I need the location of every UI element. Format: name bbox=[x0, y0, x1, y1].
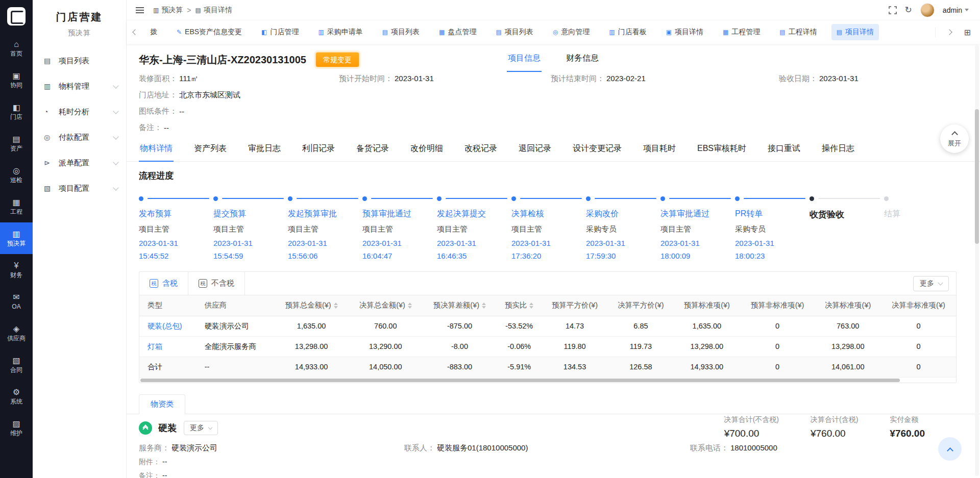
fullscreen-icon[interactable] bbox=[889, 6, 897, 14]
sidebar-collapse-icon[interactable] bbox=[136, 7, 144, 13]
regular-change-button[interactable]: 常规变更 bbox=[315, 52, 359, 67]
tab-material-detail[interactable]: 物料详情 bbox=[139, 139, 174, 162]
rail-item-supplier[interactable]: ◈ 供应商 bbox=[0, 317, 33, 349]
step-dot-pending bbox=[884, 196, 889, 201]
budget-icon: ▥ bbox=[12, 230, 20, 238]
sidebar-item-time-analysis[interactable]: ◔ 耗时分析 bbox=[33, 99, 126, 124]
tab-label: 不含税 bbox=[211, 279, 234, 288]
breadcrumb-project-detail[interactable]: ▤ 项目详情 bbox=[195, 6, 232, 15]
tab-material-category[interactable]: 物资类 bbox=[139, 394, 185, 414]
dispatch-icon: ⊳ bbox=[44, 159, 54, 167]
tab-tax-included[interactable]: 税 含税 bbox=[139, 272, 188, 295]
open-tab-6[interactable]: ▤项目列表 bbox=[491, 24, 538, 40]
open-tab-10[interactable]: ▦工程管理 bbox=[718, 24, 765, 40]
tab-ebs-audit-time[interactable]: EBS审核耗时 bbox=[696, 139, 747, 161]
tab-tax-change[interactable]: 改税记录 bbox=[463, 139, 498, 161]
rail-item-budget[interactable]: ▥ 预决算 bbox=[0, 222, 33, 254]
rail-item-contract[interactable]: ▧ 合同 bbox=[0, 349, 33, 381]
tab-operation-log[interactable]: 操作日志 bbox=[821, 139, 855, 161]
sidebar-item-payment-config[interactable]: ◎ 付款配置 bbox=[33, 124, 126, 150]
tab-asset-list[interactable]: 资产列表 bbox=[193, 139, 228, 161]
total-excl-tax: 决算合计(不含税) ¥700.00 bbox=[724, 415, 779, 439]
sidebar-item-project-config[interactable]: ▧ 项目配置 bbox=[33, 175, 126, 201]
cell: -8.00 bbox=[423, 336, 497, 357]
type-link[interactable]: 灯箱 bbox=[148, 342, 162, 350]
rail-item-store[interactable]: ◧ 门店 bbox=[0, 96, 33, 128]
open-tab-9[interactable]: ▣项目详情 bbox=[661, 24, 708, 40]
open-tab-1[interactable]: ✎EBS资产信息变更 bbox=[172, 24, 247, 40]
vertical-scrollbar-thumb[interactable] bbox=[975, 109, 979, 244]
user-menu[interactable]: admin bbox=[943, 6, 969, 14]
sidebar-item-material-management[interactable]: ▥ 物料管理 bbox=[33, 73, 126, 99]
open-tab-3[interactable]: ▥采购申请单 bbox=[313, 24, 368, 40]
rail-item-oa[interactable]: ✉ OA bbox=[0, 286, 33, 317]
tab-tax-excluded[interactable]: 税 不含税 bbox=[188, 272, 245, 295]
step-dot-done bbox=[213, 196, 218, 201]
column-header-sortable[interactable]: 预实比 bbox=[497, 295, 542, 316]
cell: 13,298.00 bbox=[274, 336, 348, 357]
step-title: PR转单 bbox=[735, 209, 810, 219]
tabs-scroll-right[interactable] bbox=[943, 30, 956, 34]
open-tab-11[interactable]: ▤工程详情 bbox=[774, 24, 822, 40]
chevron-up-icon bbox=[947, 447, 953, 454]
config-icon: ▧ bbox=[44, 184, 54, 192]
rail-item-system[interactable]: ⚙ 系统 bbox=[0, 381, 33, 412]
horizontal-scrollbar-thumb[interactable] bbox=[140, 379, 900, 382]
tab-project-time[interactable]: 项目耗时 bbox=[642, 139, 677, 161]
tab-finance-info[interactable]: 财务信息 bbox=[565, 51, 600, 72]
avatar[interactable] bbox=[920, 3, 935, 17]
sidebar-item-dispatch-config[interactable]: ⊳ 派单配置 bbox=[33, 150, 126, 175]
tabs-scroll-left[interactable] bbox=[129, 30, 142, 34]
column-header-sortable[interactable]: 决算总金额(¥) bbox=[349, 295, 423, 316]
rail-item-collaboration[interactable]: ▣ 协同 bbox=[0, 64, 33, 96]
open-tab-8[interactable]: ▥门店看板 bbox=[604, 24, 651, 40]
back-to-top-button[interactable] bbox=[938, 437, 962, 461]
open-tab-0[interactable]: 拨 bbox=[145, 24, 162, 40]
sidebar-item-label: 付款配置 bbox=[59, 133, 89, 142]
sidebar-item-project-list[interactable]: ▤ 项目列表 bbox=[33, 48, 126, 73]
step-dot-done bbox=[139, 196, 143, 201]
process-step: 发起预算审批 项目主管 2023-01-31 15:56:06 bbox=[288, 196, 362, 260]
type-link[interactable]: 硬装(总包) bbox=[148, 322, 182, 330]
module-sidebar: 门店营建 预决算 ▤ 项目列表 ▥ 物料管理 ◔ 耗时分析 ◎ 付款配置 bbox=[33, 0, 127, 478]
cell: 0 bbox=[740, 336, 815, 357]
tab-approval-log[interactable]: 审批日志 bbox=[247, 139, 282, 161]
open-tab-5[interactable]: ▦盘点管理 bbox=[434, 24, 481, 40]
open-tab-4[interactable]: ▤项目列表 bbox=[377, 24, 425, 40]
tab-interface-retry[interactable]: 接口重试 bbox=[767, 139, 801, 161]
group-more-dropdown[interactable]: 更多 bbox=[184, 421, 218, 435]
main-area: ▥ 预决算 > ▤ 项目详情 ↻ admin bbox=[127, 0, 980, 478]
open-tab-2[interactable]: ◧门店管理 bbox=[256, 24, 304, 40]
expand-panel-button[interactable]: 展开 bbox=[940, 124, 969, 153]
rail-item-maintenance[interactable]: ▨ 维护 bbox=[0, 412, 33, 444]
tab-reuse-record[interactable]: 利旧记录 bbox=[301, 139, 336, 161]
tab-return-record[interactable]: 退回记录 bbox=[518, 139, 552, 161]
rail-item-engineering[interactable]: ▦ 工程 bbox=[0, 191, 33, 222]
open-tab-12-active[interactable]: ▤项目详情 bbox=[831, 24, 879, 40]
info-field: 预计结束时间：2023-02-21 bbox=[551, 74, 779, 84]
rail-item-home[interactable]: ⌂ 首页 bbox=[0, 33, 33, 64]
column-header-sortable[interactable]: 预算总金额(¥) bbox=[274, 295, 348, 316]
step-dot-current bbox=[810, 196, 814, 201]
tabs-menu-icon[interactable]: ⊞ bbox=[964, 28, 971, 37]
sort-icon bbox=[408, 303, 412, 309]
step-time: 16:46:35 bbox=[437, 251, 511, 260]
step-title: 发起预算审批 bbox=[288, 209, 362, 219]
chevron-left-icon bbox=[132, 29, 138, 35]
rail-item-asset[interactable]: ▤ 资产 bbox=[0, 128, 33, 159]
column-header-sortable[interactable]: 预决算差额(¥) bbox=[423, 295, 497, 316]
tab-stock-record[interactable]: 备货记录 bbox=[355, 139, 390, 161]
breadcrumb-budget[interactable]: ▥ 预决算 bbox=[153, 6, 183, 15]
tab-price-change[interactable]: 改价明细 bbox=[409, 139, 444, 161]
tab-project-info[interactable]: 项目信息 bbox=[507, 51, 542, 72]
tab-design-change[interactable]: 设计变更记录 bbox=[572, 139, 623, 161]
refresh-icon[interactable]: ↻ bbox=[905, 5, 912, 15]
open-tab-7[interactable]: ◎意向管理 bbox=[548, 24, 595, 40]
rail-item-finance[interactable]: ¥ 财务 bbox=[0, 254, 33, 286]
chevron-down-icon bbox=[938, 280, 943, 285]
sort-icon bbox=[482, 303, 486, 309]
rail-item-label: 预决算 bbox=[7, 240, 26, 246]
collapse-circle-icon[interactable] bbox=[139, 421, 152, 435]
more-dropdown[interactable]: 更多 bbox=[913, 276, 949, 291]
rail-item-inspection[interactable]: ◎ 巡检 bbox=[0, 159, 33, 191]
